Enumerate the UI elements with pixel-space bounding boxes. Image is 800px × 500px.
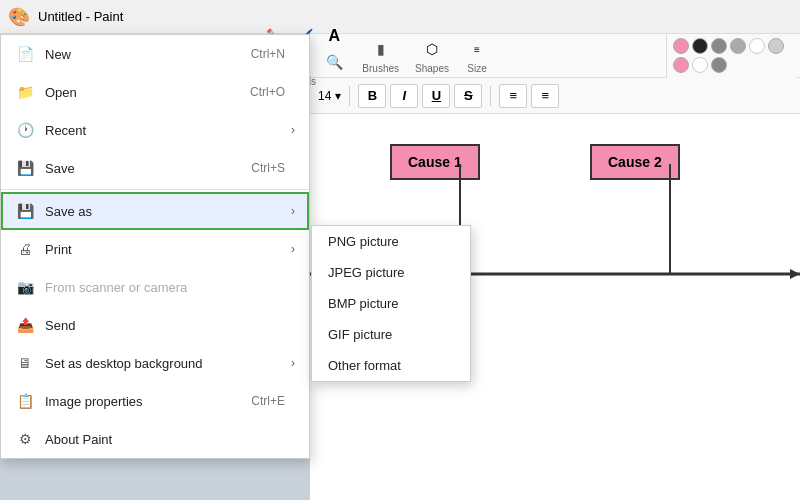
- brushes-label: Brushes: [362, 63, 399, 74]
- submenu-item-jpeg[interactable]: JPEG picture: [312, 257, 470, 288]
- new-shortcut: Ctrl+N: [251, 47, 285, 61]
- color-swatch-black[interactable]: [692, 38, 708, 54]
- saveas-icon: 💾: [15, 201, 35, 221]
- size-group: ≡ Size: [465, 37, 489, 74]
- menu-item-print[interactable]: 🖨Print›: [1, 230, 309, 268]
- menu-item-scanner[interactable]: 📷From scanner or camera: [1, 268, 309, 306]
- strikethrough-button[interactable]: S: [454, 84, 482, 108]
- format-divider2: [490, 86, 491, 106]
- size-icon[interactable]: ≡: [465, 37, 489, 61]
- menu-item-open[interactable]: 📁OpenCtrl+O: [1, 73, 309, 111]
- menu-item-desktop[interactable]: 🖥Set as desktop background›: [1, 344, 309, 382]
- shape-icon[interactable]: ⬡: [420, 37, 444, 61]
- desktop-arrow: ›: [291, 356, 295, 370]
- menu-item-props[interactable]: 📋Image propertiesCtrl+E: [1, 382, 309, 420]
- color-swatch-gray2[interactable]: [711, 57, 727, 73]
- bold-button[interactable]: B: [358, 84, 386, 108]
- title-bar-text: Untitled - Paint: [38, 9, 123, 24]
- color-swatch-white2[interactable]: [692, 57, 708, 73]
- shapes-group: ⬡ Shapes: [415, 37, 449, 74]
- format-divider: [349, 86, 350, 106]
- saveas-label: Save as: [45, 204, 271, 219]
- props-label: Image properties: [45, 394, 241, 409]
- submenu-item-bmp[interactable]: BMP picture: [312, 288, 470, 319]
- save-shortcut: Ctrl+S: [251, 161, 285, 175]
- magnify-icon[interactable]: 🔍: [322, 50, 346, 74]
- brushes-group: ▮ Brushes: [362, 37, 399, 74]
- menu-item-new[interactable]: 📄NewCtrl+N: [1, 35, 309, 73]
- shapes-label: Shapes: [415, 63, 449, 74]
- colors-panel: [666, 34, 796, 78]
- scanner-icon: 📷: [15, 277, 35, 297]
- recent-icon: 🕐: [15, 120, 35, 140]
- color-swatch-pink[interactable]: [673, 38, 689, 54]
- align-right-button[interactable]: ≡: [531, 84, 559, 108]
- recent-arrow: ›: [291, 123, 295, 137]
- scanner-label: From scanner or camera: [45, 280, 275, 295]
- font-size-label: 14: [318, 89, 331, 103]
- desktop-icon: 🖥: [15, 353, 35, 373]
- submenu-item-png[interactable]: PNG picture: [312, 226, 470, 257]
- color-swatch-white[interactable]: [749, 38, 765, 54]
- open-icon: 📁: [15, 82, 35, 102]
- open-label: Open: [45, 85, 240, 100]
- send-icon: 📤: [15, 315, 35, 335]
- new-icon: 📄: [15, 44, 35, 64]
- props-shortcut: Ctrl+E: [251, 394, 285, 408]
- menu-item-send[interactable]: 📤Send: [1, 306, 309, 344]
- submenu-item-other[interactable]: Other format: [312, 350, 470, 381]
- align-left-button[interactable]: ≡: [499, 84, 527, 108]
- size-label: Size: [467, 63, 486, 74]
- submenu-item-gif[interactable]: GIF picture: [312, 319, 470, 350]
- svg-marker-3: [790, 269, 800, 279]
- print-arrow: ›: [291, 242, 295, 256]
- italic-button[interactable]: I: [390, 84, 418, 108]
- open-shortcut: Ctrl+O: [250, 85, 285, 99]
- underline-button[interactable]: U: [422, 84, 450, 108]
- menu-item-recent[interactable]: 🕐Recent›: [1, 111, 309, 149]
- app-icon: 🎨: [8, 6, 30, 28]
- save-icon: 💾: [15, 158, 35, 178]
- saveas-arrow: ›: [291, 204, 295, 218]
- save-as-submenu: PNG pictureJPEG pictureBMP pictureGIF pi…: [311, 225, 471, 382]
- color-swatch-gray[interactable]: [711, 38, 727, 54]
- print-icon: 🖨: [15, 239, 35, 259]
- cause2-box: Cause 2: [590, 144, 680, 180]
- file-menu: 📄NewCtrl+N📁OpenCtrl+O🕐Recent›💾SaveCtrl+S…: [0, 34, 310, 459]
- save-label: Save: [45, 161, 241, 176]
- color-swatch-silver[interactable]: [768, 38, 784, 54]
- menu-item-saveas[interactable]: 💾Save as›: [1, 192, 309, 230]
- send-label: Send: [45, 318, 275, 333]
- desktop-label: Set as desktop background: [45, 356, 271, 371]
- color-swatch-pink2[interactable]: [673, 57, 689, 73]
- about-label: About Paint: [45, 432, 275, 447]
- recent-label: Recent: [45, 123, 271, 138]
- new-label: New: [45, 47, 241, 62]
- menu-item-save[interactable]: 💾SaveCtrl+S: [1, 149, 309, 187]
- color-swatch-lightgray[interactable]: [730, 38, 746, 54]
- about-icon: ⚙: [15, 429, 35, 449]
- brush-tool-icon[interactable]: ▮: [369, 37, 393, 61]
- menu-item-about[interactable]: ⚙About Paint: [1, 420, 309, 458]
- text-icon[interactable]: A: [322, 24, 346, 48]
- cause1-box: Cause 1: [390, 144, 480, 180]
- menu-divider: [1, 189, 309, 190]
- props-icon: 📋: [15, 391, 35, 411]
- print-label: Print: [45, 242, 271, 257]
